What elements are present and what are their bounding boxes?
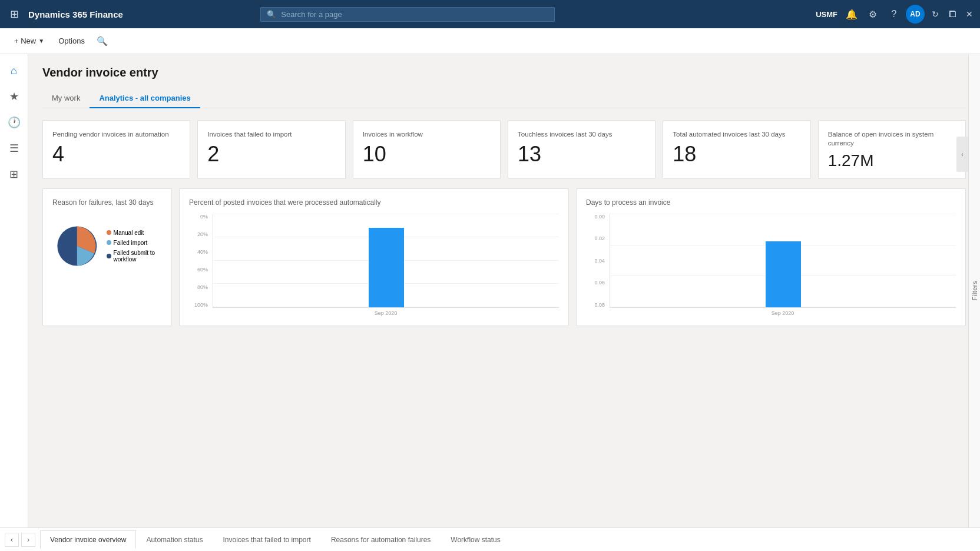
filters-label: Filters xyxy=(971,281,978,300)
bottom-tab-automation[interactable]: Automation status xyxy=(136,530,213,549)
x-label-sep2020: Sep 2020 xyxy=(375,310,398,316)
chevron-down-icon: ▼ xyxy=(38,38,44,44)
kpi-cards-row: Pending vendor invoices in automation 4 … xyxy=(42,120,966,179)
legend-manual-edit: Manual edit xyxy=(107,230,162,236)
new-button[interactable]: + New ▼ xyxy=(9,34,49,48)
legend-failed-submit: Failed submit to workflow xyxy=(107,250,162,263)
content-area: Vendor invoice entry My work Analytics -… xyxy=(28,54,980,527)
action-toolbar: + New ▼ Options 🔍 xyxy=(0,28,980,54)
bar-days-sep-2020 xyxy=(766,241,801,307)
legend-dot-import xyxy=(107,240,111,245)
page-tabs: My work Analytics - all companies xyxy=(42,89,966,108)
bar-group-days xyxy=(615,241,951,307)
top-navigation-bar: ⊞ Dynamics 365 Finance 🔍 USMF 🔔 ⚙ ? AD ↻… xyxy=(0,0,980,28)
kpi-card-touchless: Touchless invoices last 30 days 13 xyxy=(508,120,655,179)
chart-card-percent-posted: Percent of posted invoices that were pro… xyxy=(179,188,569,326)
kpi-label-3: Touchless invoices last 30 days xyxy=(518,130,645,139)
kpi-label-0: Pending vendor invoices in automation xyxy=(52,130,180,139)
search-input[interactable] xyxy=(281,10,548,19)
chart-cards-row: Reason for failures, last 30 days xyxy=(42,188,966,326)
kpi-card-total-automated: Total automated invoices last 30 days 18 xyxy=(663,120,810,179)
kpi-label-1: Invoices that failed to import xyxy=(207,130,335,139)
filters-panel: Filters xyxy=(968,54,980,527)
legend-label-submit: Failed submit to workflow xyxy=(114,250,162,263)
pie-chart-svg xyxy=(52,214,102,278)
grid-line xyxy=(610,214,956,214)
bottom-nav-prev[interactable]: ‹ xyxy=(5,533,19,547)
grid-line xyxy=(213,214,559,214)
chart-card-days-to-process: Days to process an invoice 0.08 0.06 0.0… xyxy=(576,188,966,326)
kpi-card-balance: Balance of open invoices in system curre… xyxy=(818,120,966,179)
y-axis-days: 0.08 0.06 0.04 0.02 0.00 xyxy=(586,214,605,308)
sidebar-item-home[interactable]: ⌂ xyxy=(2,59,26,82)
kpi-value-2: 10 xyxy=(363,144,491,165)
kpi-label-5: Balance of open invoices in system curre… xyxy=(828,130,956,148)
bottom-tab-workflow[interactable]: Workflow status xyxy=(441,530,510,549)
refresh-icon[interactable]: ↻ xyxy=(929,7,941,21)
window-minimize-icon[interactable]: ⧠ xyxy=(946,7,959,21)
page-title: Vendor invoice entry xyxy=(42,66,966,79)
legend-failed-import: Failed import xyxy=(107,240,162,246)
chart-title-percent: Percent of posted invoices that were pro… xyxy=(189,198,559,207)
x-axis-days: Sep 2020 xyxy=(586,310,956,316)
bottom-tab-failed-import[interactable]: Invoices that failed to import xyxy=(213,530,320,549)
window-close-icon[interactable]: ✕ xyxy=(964,7,975,21)
kpi-value-3: 13 xyxy=(518,144,645,165)
bottom-tab-failures[interactable]: Reasons for automation failures xyxy=(321,530,441,549)
topbar-right-actions: USMF 🔔 ⚙ ? AD xyxy=(816,5,925,24)
bottom-tabs-bar: ‹ › Vendor invoice overview Automation s… xyxy=(0,527,980,551)
bottom-nav-arrows: ‹ › xyxy=(5,533,35,547)
window-controls: ↻ ⧠ ✕ xyxy=(929,7,975,21)
chart-card-failures: Reason for failures, last 30 days xyxy=(42,188,172,326)
kpi-value-4: 18 xyxy=(673,144,800,165)
bar-chart-percent xyxy=(213,214,559,308)
kpi-card-workflow: Invoices in workflow 10 xyxy=(353,120,501,179)
bar-chart-days xyxy=(610,214,956,308)
chart-title-failures: Reason for failures, last 30 days xyxy=(52,198,162,207)
legend-label-manual: Manual edit xyxy=(114,230,144,236)
avatar[interactable]: AD xyxy=(906,5,925,24)
sidebar-item-favorites[interactable]: ★ xyxy=(2,85,26,108)
chevron-left-icon: ‹ xyxy=(961,151,963,158)
search-icon: 🔍 xyxy=(267,10,276,19)
help-icon[interactable]: ? xyxy=(885,5,903,24)
global-search-box[interactable]: 🔍 xyxy=(260,7,555,22)
kpi-label-2: Invoices in workflow xyxy=(363,130,491,139)
y-axis-percent: 100% 80% 60% 40% 20% 0% xyxy=(189,214,208,308)
options-button[interactable]: Options xyxy=(54,34,90,48)
grid-menu-icon[interactable]: ⊞ xyxy=(5,5,24,24)
sidebar-item-workspaces[interactable]: ⊞ xyxy=(2,162,26,186)
new-button-label: + New xyxy=(14,36,36,45)
company-label: USMF xyxy=(816,10,837,19)
bottom-tab-overview[interactable]: Vendor invoice overview xyxy=(40,530,136,549)
kpi-value-0: 4 xyxy=(52,144,180,165)
main-layout: ⌂ ★ 🕐 ☰ ⊞ Vendor invoice entry My work A… xyxy=(0,54,980,527)
sidebar-item-modules[interactable]: ☰ xyxy=(2,137,26,160)
pie-legend: Manual edit Failed import Failed submit … xyxy=(107,230,162,263)
legend-label-import: Failed import xyxy=(114,240,148,246)
bar-sep-2020 xyxy=(369,228,404,307)
legend-dot-submit xyxy=(107,254,111,258)
kpi-card-pending: Pending vendor invoices in automation 4 xyxy=(42,120,190,179)
toolbar-search-icon[interactable]: 🔍 xyxy=(94,34,110,49)
notification-icon[interactable]: 🔔 xyxy=(842,5,861,24)
x-axis-percent: Sep 2020 xyxy=(189,310,559,316)
bar-group xyxy=(218,228,554,307)
app-name: Dynamics 365 Finance xyxy=(28,9,123,19)
options-button-label: Options xyxy=(58,36,85,45)
settings-icon[interactable]: ⚙ xyxy=(863,5,882,24)
tab-my-work[interactable]: My work xyxy=(42,89,90,108)
filter-toggle-button[interactable]: ‹ xyxy=(956,137,968,172)
sidebar: ⌂ ★ 🕐 ☰ ⊞ xyxy=(0,54,28,527)
tab-analytics[interactable]: Analytics - all companies xyxy=(90,89,200,108)
kpi-card-failed-import: Invoices that failed to import 2 xyxy=(197,120,345,179)
bottom-nav-next[interactable]: › xyxy=(21,533,35,547)
chart-title-days: Days to process an invoice xyxy=(586,198,956,207)
x-label-days-sep2020: Sep 2020 xyxy=(772,310,794,316)
kpi-value-5: 1.27M xyxy=(828,152,956,169)
sidebar-item-recent[interactable]: 🕐 xyxy=(2,111,26,134)
kpi-label-4: Total automated invoices last 30 days xyxy=(673,130,800,139)
kpi-value-1: 2 xyxy=(207,144,335,165)
legend-dot-manual xyxy=(107,230,111,235)
